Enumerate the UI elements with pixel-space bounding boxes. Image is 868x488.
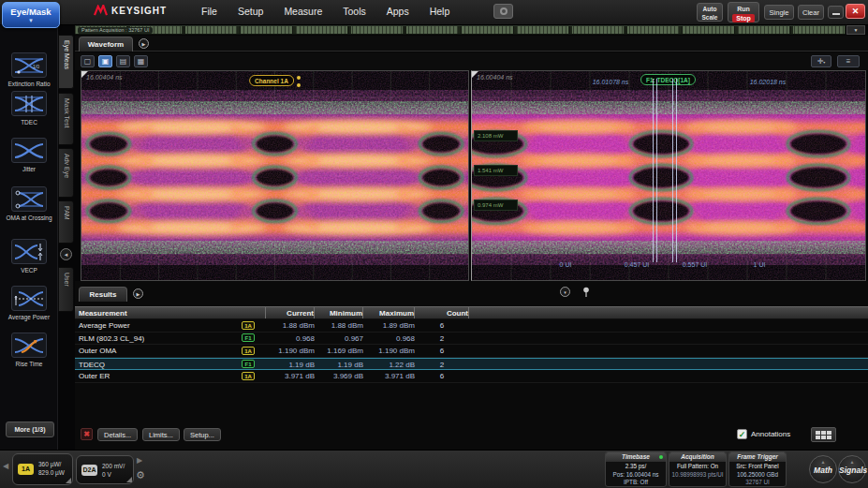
- col-filler: [469, 307, 868, 318]
- sidebar-item-vecp[interactable]: VECP: [0, 239, 58, 274]
- channel-d2a-badge: D2A: [81, 465, 97, 476]
- pattern-acquisition-strip[interactable]: Pattern Acquisition : 32767 UI: [75, 25, 846, 35]
- clear-button[interactable]: Clear: [798, 5, 824, 20]
- menu-tools[interactable]: Tools: [343, 6, 366, 17]
- eye-diagram-left-canvas: [81, 71, 468, 280]
- signals-button[interactable]: ▲Signals: [838, 455, 866, 483]
- channel-1a-source-pill[interactable]: Channel 1A: [249, 75, 294, 86]
- auto-scale-button[interactable]: Auto Scale: [697, 3, 723, 22]
- table-row-average-power[interactable]: Average Power 1A 1.88 dBm 1.88 dBm 1.89 …: [75, 319, 868, 333]
- frame-trigger-panel[interactable]: Frame Trigger Src: Front Panel 106.25000…: [728, 451, 787, 487]
- chevron-down-icon: ▼: [3, 19, 59, 22]
- pan-zoom-button[interactable]: ✛▾: [811, 55, 831, 67]
- minimize-button[interactable]: [828, 6, 844, 19]
- table-row-rlm[interactable]: RLM (802.3 CL_94) F1 0.968 0.967 0.968 2: [75, 333, 868, 346]
- pattern-strip-dropdown[interactable]: ▼: [846, 25, 865, 35]
- marker-dot-icon[interactable]: [297, 83, 301, 87]
- limits-button[interactable]: Limits...: [142, 428, 180, 441]
- col-current[interactable]: Current: [266, 307, 315, 318]
- annotations-checkbox[interactable]: ✓: [737, 429, 747, 439]
- close-button[interactable]: ✕: [846, 4, 865, 19]
- measurement-cursor-line[interactable]: [676, 79, 677, 262]
- sidebar-item-extinction-ratio[interactable]: 1/0 Extinction Ratio: [0, 52, 58, 88]
- panel-timestamp: 16.00404 ns: [477, 74, 513, 81]
- tab-user[interactable]: User: [58, 267, 74, 312]
- run-stop-button[interactable]: Run Stop: [728, 2, 759, 22]
- settings-gear-icon[interactable]: ⚙: [136, 469, 145, 481]
- channel-scroll-left-icon[interactable]: ◀: [3, 462, 8, 470]
- col-measurement[interactable]: Measurement: [75, 307, 266, 318]
- channel-card-d2a[interactable]: D2A 200 mV/0 V: [76, 455, 134, 484]
- source-badge-1a: 1A: [242, 347, 255, 355]
- sidebar-item-jitter[interactable]: Jitter: [0, 138, 58, 173]
- tab-pam[interactable]: PAM: [58, 200, 74, 244]
- menu-apps[interactable]: Apps: [387, 6, 409, 17]
- table-row-tdecq-selected[interactable]: TDECQ F1 1.19 dB 1.19 dB 1.22 dB 2: [75, 358, 868, 371]
- stop-label: Stop: [732, 14, 755, 22]
- sidebar-item-oma-at-crossing[interactable]: OMA at Crossing: [0, 186, 58, 222]
- axis-label-0557ui: 0.557 UI: [683, 261, 707, 268]
- source-badge-1a: 1A: [242, 321, 255, 330]
- channel-scroll-right-icon[interactable]: ▶: [137, 456, 142, 465]
- sidebar-item-label: OMA at Crossing: [0, 214, 58, 222]
- details-button[interactable]: Details...: [97, 428, 138, 441]
- tab-mask-test[interactable]: Mask Test: [58, 93, 74, 145]
- axis-label-0457ui: 0.457 UI: [625, 261, 649, 268]
- timebase-panel[interactable]: Timebase 2.35 ps/ Pos: 16.00404 ns IPTB:…: [605, 451, 667, 487]
- sidebar-item-label: Extinction Ratio: [0, 81, 58, 88]
- more-measurements-button[interactable]: More (1/3): [6, 421, 54, 437]
- layout-split-icon[interactable]: ▣: [98, 55, 112, 67]
- layout-single-icon[interactable]: ▢: [81, 55, 95, 67]
- table-row-outer-er[interactable]: Outer ER 1A 3.971 dB 3.969 dB 3.971 dB 6: [75, 370, 868, 383]
- tab-waveform[interactable]: Waveform: [79, 37, 133, 52]
- sidebar-item-average-power[interactable]: Average Power: [0, 286, 58, 321]
- sidebar-item-label: Jitter: [0, 166, 58, 173]
- remove-measurement-icon[interactable]: ✖: [81, 428, 93, 440]
- sidebar-item-label: VECP: [0, 267, 58, 274]
- sidebar-item-tdec[interactable]: TDEC: [0, 91, 58, 126]
- col-maximum[interactable]: Maximum: [363, 307, 415, 318]
- eye-diagram-panel-tdecq[interactable]: 16.00404 ns 16.01078 ns F1: TDECQ[1A] 16…: [471, 70, 866, 281]
- screenshot-camera-icon[interactable]: [493, 4, 513, 19]
- tab-results[interactable]: Results: [79, 287, 127, 302]
- col-minimum[interactable]: Minimum: [315, 307, 363, 318]
- sidebar-item-rise-time[interactable]: Rise Time: [0, 333, 58, 368]
- acquisition-panel[interactable]: Acquisition Full Pattern: On 10.98998993…: [669, 451, 727, 487]
- menu-file[interactable]: File: [201, 6, 217, 17]
- eye-diagram-panel-channel-1a[interactable]: 16.00404 ns Channel 1A: [81, 70, 469, 281]
- eye-diagram-right-canvas: [472, 71, 865, 280]
- auto-scale-label-1: Auto: [703, 6, 717, 12]
- menu-help[interactable]: Help: [430, 6, 450, 17]
- timebase-iptb: IPTB: Off: [606, 479, 666, 487]
- measurement-cursor-line[interactable]: [672, 79, 673, 262]
- results-collapse-button[interactable]: ▾: [560, 287, 570, 297]
- tab-adv-eye[interactable]: Adv Eye: [58, 148, 74, 198]
- menu-setup[interactable]: Setup: [238, 6, 263, 17]
- layout-grid-icon[interactable]: ▦: [134, 55, 148, 67]
- waveform-tab-play-button[interactable]: ▶: [139, 38, 149, 49]
- col-count[interactable]: Count: [415, 307, 469, 318]
- channel-card-1a[interactable]: 1A 360 µW/829.0 µW: [12, 453, 73, 485]
- tdecq-function-pill[interactable]: F1: TDECQ[1A]: [640, 74, 696, 85]
- math-button[interactable]: ▲Math: [809, 455, 837, 483]
- measurement-cursor-line[interactable]: [653, 79, 654, 262]
- pin-icon[interactable]: [582, 287, 590, 298]
- setup-button[interactable]: Setup...: [184, 428, 221, 441]
- marker-dot-icon[interactable]: [297, 76, 301, 80]
- source-badge-1a: 1A: [242, 372, 255, 380]
- table-row-outer-oma[interactable]: Outer OMA 1A 1.190 dBm 1.169 dBm 1.190 d…: [75, 345, 868, 358]
- menu-measure[interactable]: Measure: [284, 6, 322, 17]
- single-button[interactable]: Single: [764, 5, 794, 20]
- sidebar-collapse-button[interactable]: ◄: [60, 248, 72, 260]
- results-tab-play-button[interactable]: ▶: [133, 288, 143, 299]
- measurement-cursor-line[interactable]: [656, 79, 657, 262]
- results-table-header: Measurement Current Minimum Maximum Coun…: [75, 306, 868, 319]
- jitter-icon: [11, 138, 47, 163]
- eye-mask-mode-button[interactable]: Eye/Mask ▼: [2, 2, 60, 28]
- layout-stack-icon[interactable]: ▤: [116, 55, 130, 67]
- annotations-grid-icon[interactable]: [811, 427, 836, 442]
- brand-name: KEYSIGHT: [111, 6, 167, 16]
- tab-eye-meas[interactable]: Eye Meas: [58, 35, 74, 89]
- grid-cell: [827, 436, 831, 439]
- display-menu-icon[interactable]: ≡: [837, 55, 860, 67]
